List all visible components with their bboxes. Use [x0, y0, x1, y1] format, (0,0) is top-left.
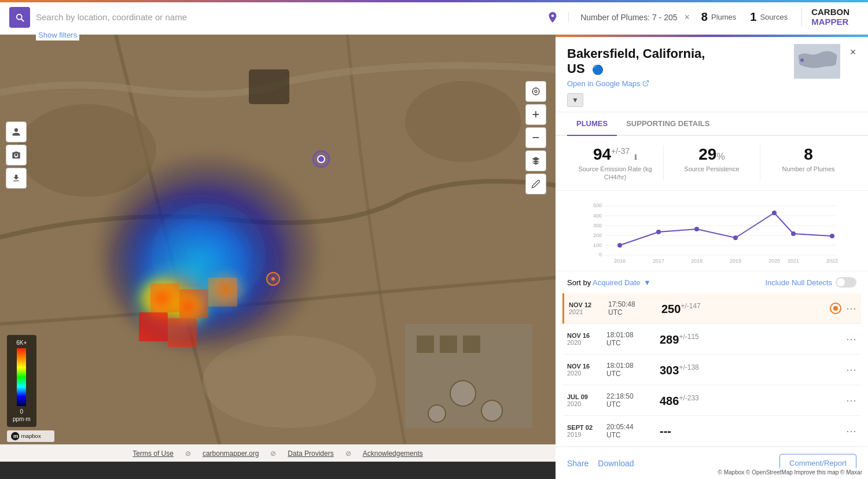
svg-point-48	[830, 234, 834, 238]
svg-rect-5	[417, 336, 434, 353]
camera-icon-btn[interactable]	[6, 145, 27, 165]
plume-row[interactable]: JUL 09 2020 22:18:50 UTC 486+/-233 ⋯	[562, 385, 861, 416]
plume-active-icon	[830, 303, 841, 314]
person-icon-btn[interactable]	[6, 121, 27, 142]
share-link[interactable]: Share	[567, 459, 589, 468]
null-detects-toggle[interactable]	[836, 277, 856, 288]
sort-bar: Sort by Acquired Date ▼ Include Null Det…	[556, 271, 868, 293]
svg-rect-7	[463, 336, 480, 353]
download-link[interactable]: Download	[598, 459, 634, 468]
zoom-out-button[interactable]: −	[525, 127, 546, 148]
plume-date: NOV 16 2020	[567, 363, 602, 377]
sort-label: Sort by	[567, 278, 591, 287]
acknowledgements-link[interactable]: Acknowledgements	[363, 449, 423, 458]
plume-date: SEPT 02 2019	[567, 424, 602, 438]
plume-row[interactable]: NOV 16 2020 18:01:08 UTC 289+/-115 ⋯	[562, 324, 861, 355]
us-map-svg	[794, 44, 840, 79]
map-background	[0, 35, 556, 462]
plumes-stat-label: Number of Plumes	[766, 165, 851, 173]
plume-list: NOV 12 2021 17:50:48 UTC 250+/-147 ⋯ NOV…	[556, 293, 868, 447]
sources-count-item: 1 Sources	[750, 10, 788, 24]
svg-text:2022: 2022	[826, 258, 838, 264]
legend-bottom-label: 0	[13, 408, 31, 415]
persistence-value: 29%	[670, 145, 754, 164]
svg-rect-6	[440, 336, 457, 353]
open-maps-link[interactable]: Open in Google Maps	[567, 79, 649, 88]
draw-button[interactable]	[525, 174, 546, 194]
plume-more-menu[interactable]: ⋯	[846, 425, 856, 437]
emission-label: Source Emission Rate (kg CH4/hr)	[573, 165, 657, 182]
svg-text:200: 200	[593, 233, 602, 238]
bottom-bar: Terms of Use ⊘ carbonmapper.org ⊘ Data P…	[0, 444, 556, 462]
svg-point-1	[17, 104, 156, 197]
timeline-chart: 500 400 300 200 100 0 2016 2017	[567, 200, 856, 264]
svg-point-9	[481, 400, 502, 421]
panel-tabs: PLUMES SUPPORTING DETAILS	[556, 112, 868, 136]
svg-text:500: 500	[593, 202, 602, 208]
plumes-count-item: 8 Plumes	[701, 10, 736, 24]
search-button[interactable]	[9, 7, 30, 28]
logo-carbon: CARBON	[811, 8, 849, 17]
svg-text:mapbox: mapbox	[21, 433, 41, 439]
sort-arrow[interactable]: ▼	[643, 278, 651, 287]
chart-area: 500 400 300 200 100 0 2016 2017	[556, 191, 868, 271]
plume-row[interactable]: NOV 16 2020 18:01:08 UTC 303+/-138 ⋯	[562, 355, 861, 385]
emission-stat: 94+/-37 ℹ Source Emission Rate (kg CH4/h…	[567, 145, 664, 182]
dropdown-button[interactable]: ▼	[567, 93, 583, 107]
sort-field-link[interactable]: Acquired Date	[593, 278, 640, 287]
logo-mapper: MAPPER	[811, 17, 849, 27]
legend-bar	[17, 348, 26, 406]
stats-row: 94+/-37 ℹ Source Emission Rate (kg CH4/h…	[556, 136, 868, 191]
target-marker-1	[266, 272, 280, 286]
plume-row[interactable]: NOV 12 2021 17:50:48 UTC 250+/-147 ⋯	[562, 293, 861, 324]
close-button[interactable]: ×	[845, 44, 861, 60]
search-input[interactable]	[36, 12, 542, 22]
left-controls	[6, 121, 27, 189]
search-input-container	[36, 12, 542, 23]
legend-unit: ppm·m	[13, 416, 31, 422]
nav-right: 8 Plumes 1 Sources CARBON MAPPER	[701, 8, 868, 27]
tab-plumes[interactable]: PLUMES	[567, 112, 617, 135]
svg-text:2021: 2021	[788, 258, 799, 264]
layers-button[interactable]	[525, 150, 546, 171]
plume-more-menu[interactable]: ⋯	[846, 394, 856, 407]
null-detects-label: Include Null Detects	[765, 278, 832, 287]
plume-filter: Number of Plumes: 7 - 205 ×	[568, 12, 701, 23]
svg-text:100: 100	[593, 242, 602, 248]
location-pin	[312, 150, 330, 168]
svg-text:2018: 2018	[691, 258, 703, 264]
data-providers-link[interactable]: Data Providers	[288, 449, 333, 458]
geolocate-button[interactable]	[525, 81, 546, 102]
right-panel: × Bakersfield, California, US 🔵 Open in …	[556, 35, 868, 479]
svg-point-47	[791, 231, 796, 236]
svg-point-44	[694, 227, 699, 231]
plume-row[interactable]: SEPT 02 2019 20:05:44 UTC --- ⋯	[562, 416, 861, 447]
svg-text:0: 0	[599, 252, 602, 257]
tab-supporting-details[interactable]: SUPPORTING DETAILS	[617, 112, 719, 135]
svg-text:400: 400	[593, 213, 602, 219]
download-icon-btn[interactable]	[6, 168, 27, 189]
terrain-svg	[0, 35, 556, 445]
plumes-stat-value: 8	[766, 145, 851, 164]
plume-filter-close[interactable]: ×	[685, 12, 690, 23]
plume-more-menu[interactable]: ⋯	[846, 333, 856, 345]
sources-count: 1	[750, 10, 756, 24]
terms-link[interactable]: Terms of Use	[133, 449, 174, 458]
svg-text:m: m	[13, 433, 19, 439]
plume-more-menu[interactable]: ⋯	[846, 363, 856, 376]
mini-map	[794, 44, 840, 79]
zoom-in-button[interactable]: +	[525, 104, 546, 125]
show-filters-link[interactable]: Show filters	[36, 30, 79, 40]
svg-point-10	[428, 405, 446, 422]
info-icon[interactable]: ℹ	[634, 153, 637, 161]
emission-value: 94+/-37 ℹ	[573, 145, 657, 164]
plumes-stat: 8 Number of Plumes	[760, 145, 856, 182]
svg-point-29	[800, 58, 804, 62]
svg-rect-11	[249, 69, 289, 104]
map-area[interactable]: + − 6K+ 0 ppm·m mmapbox Terms of Use ⊘ c…	[0, 35, 556, 462]
sources-label: Sources	[760, 13, 788, 21]
location-icon	[546, 11, 559, 24]
svg-text:2019: 2019	[730, 258, 741, 264]
carbonmapper-link[interactable]: carbonmapper.org	[203, 449, 259, 458]
plume-more-menu[interactable]: ⋯	[846, 302, 856, 315]
